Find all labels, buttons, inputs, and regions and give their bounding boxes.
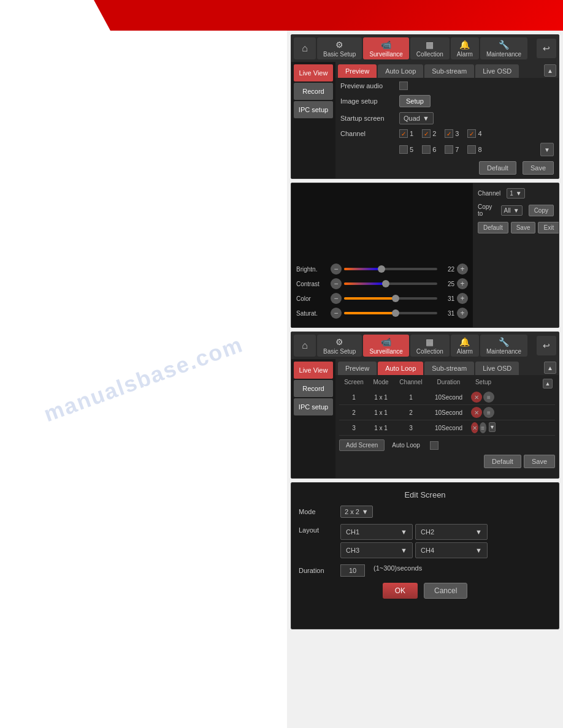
- startup-screen-select[interactable]: Quad ▼: [399, 112, 434, 124]
- tab-maintenance[interactable]: 🔧 Maintenance: [480, 37, 527, 59]
- contrast-plus[interactable]: +: [457, 278, 468, 289]
- block2-exit-btn[interactable]: Exit: [538, 222, 559, 233]
- mode-select[interactable]: 2 x 2 ▼: [340, 506, 373, 518]
- saturation-plus[interactable]: +: [457, 308, 468, 319]
- copy-to-select[interactable]: All ▼: [501, 205, 523, 216]
- ch1-label: 1: [410, 130, 413, 137]
- tab-alarm[interactable]: 🔔 Alarm: [451, 37, 479, 59]
- ch6-checkbox[interactable]: [422, 145, 431, 154]
- loop-tab-live-osd[interactable]: Live OSD: [475, 362, 519, 375]
- sidebar3-live-view[interactable]: Live View: [294, 362, 333, 379]
- color-minus[interactable]: −: [331, 293, 342, 304]
- tab-surveillance[interactable]: 📹 Surveillance: [363, 37, 408, 59]
- tab-preview[interactable]: Preview: [338, 64, 377, 78]
- block3-save-btn[interactable]: Save: [524, 455, 555, 468]
- tab3-maintenance[interactable]: 🔧 Maintenance: [480, 335, 527, 357]
- brightness-thumb[interactable]: [378, 265, 385, 273]
- sidebar-btn-live-view[interactable]: Live View: [294, 64, 333, 82]
- block2-default-btn[interactable]: Default: [478, 222, 508, 233]
- add-screen-button[interactable]: Add Screen: [339, 439, 385, 451]
- brightness-track[interactable]: [344, 268, 437, 270]
- color-thumb[interactable]: [392, 295, 399, 302]
- ch2-checkbox[interactable]: ✓: [422, 129, 431, 138]
- brightness-fill: [344, 268, 381, 270]
- brightness-plus[interactable]: +: [457, 264, 468, 275]
- sidebar-btn-ipc-setup[interactable]: IPC setup: [294, 101, 333, 118]
- back-button[interactable]: ↩: [537, 39, 556, 58]
- ch8-checkbox[interactable]: [467, 145, 476, 154]
- edit-screen-buttons: OK Cancel: [299, 583, 551, 599]
- contrast-track[interactable]: [344, 282, 437, 285]
- color-plus[interactable]: +: [457, 293, 468, 304]
- tab3-alarm[interactable]: 🔔 Alarm: [451, 335, 479, 357]
- contrast-thumb[interactable]: [382, 280, 389, 287]
- contrast-minus[interactable]: −: [331, 278, 342, 289]
- duration-input[interactable]: [340, 564, 365, 577]
- channel-expand-btn[interactable]: ▼: [540, 143, 554, 156]
- startup-screen-label: Startup screen: [340, 115, 396, 122]
- block3-action-row: Default Save: [339, 455, 555, 468]
- saturation-minus[interactable]: −: [331, 308, 342, 319]
- back-button-3[interactable]: ↩: [537, 336, 556, 355]
- scroll-up-btn[interactable]: ▲: [544, 64, 556, 77]
- layout-cell-ch1[interactable]: CH1 ▼: [340, 524, 413, 540]
- layout-cell-ch4[interactable]: CH4 ▼: [415, 542, 488, 558]
- cancel-button[interactable]: Cancel: [424, 583, 467, 599]
- image-setup-button[interactable]: Setup: [399, 95, 431, 107]
- ch7-checkbox[interactable]: [445, 145, 453, 154]
- row1-delete-btn[interactable]: ✕: [471, 392, 482, 403]
- loop-tab-preview[interactable]: Preview: [338, 362, 377, 375]
- row2-settings-btn[interactable]: ≡: [483, 407, 494, 418]
- block1-default-btn[interactable]: Default: [479, 161, 516, 175]
- tab3-basic-setup[interactable]: ⚙ Basic Setup: [317, 335, 362, 357]
- tab-sub-stream[interactable]: Sub-stream: [424, 64, 474, 78]
- loop-tab-auto-loop[interactable]: Auto Loop: [378, 362, 423, 375]
- sidebar-btn-record[interactable]: Record: [294, 83, 333, 100]
- main-content: manualsbase.com ⌂ ⚙ Basic Setup 📹 Survei…: [0, 31, 563, 728]
- row3-delete-btn[interactable]: ✕: [471, 422, 478, 433]
- tab3-surveillance[interactable]: 📹 Surveillance: [363, 335, 408, 357]
- table-scroll-up[interactable]: ▲: [543, 379, 553, 389]
- row3-expand[interactable]: ▼: [489, 422, 496, 432]
- ch6-label: 6: [432, 146, 436, 153]
- tab-collection[interactable]: ▦ Collection: [410, 37, 450, 59]
- row1-settings-btn[interactable]: ≡: [483, 392, 494, 403]
- tab-basic-setup[interactable]: ⚙ Basic Setup: [317, 37, 362, 59]
- sidebar3-record[interactable]: Record: [294, 380, 333, 397]
- block1-save-btn[interactable]: Save: [523, 161, 554, 175]
- layout-cell-ch3[interactable]: CH3 ▼: [340, 542, 413, 558]
- loop-scroll-up[interactable]: ▲: [544, 362, 556, 374]
- contrast-row: Contrast − 25 +: [296, 278, 468, 289]
- channel-select[interactable]: 1 ▼: [507, 188, 524, 199]
- preview-audio-checkbox[interactable]: [399, 82, 408, 90]
- sidebar3-ipc-setup[interactable]: IPC setup: [294, 398, 333, 415]
- gear-icon-3: ⚙: [335, 337, 343, 347]
- tab3-collection[interactable]: ▦ Collection: [410, 335, 450, 357]
- auto-loop-checkbox[interactable]: [430, 441, 439, 450]
- row3-settings-btn[interactable]: ≡: [480, 422, 487, 433]
- home-icon[interactable]: ⌂: [294, 37, 316, 59]
- loop-tab-sub-stream[interactable]: Sub-stream: [424, 362, 474, 375]
- ch4-checkbox[interactable]: ✓: [467, 129, 476, 138]
- ok-button[interactable]: OK: [383, 583, 418, 599]
- preview-tabs: Preview Auto Loop Sub-stream Live OSD ▲: [335, 62, 559, 78]
- col-setup-header: Setup: [471, 379, 496, 389]
- tab-auto-loop[interactable]: Auto Loop: [378, 64, 423, 78]
- layout-cell-ch2[interactable]: CH2 ▼: [415, 524, 488, 540]
- color-track[interactable]: [344, 297, 437, 300]
- saturation-track[interactable]: [344, 312, 437, 314]
- row2-delete-btn[interactable]: ✕: [471, 407, 482, 418]
- copy-button[interactable]: Copy: [529, 205, 554, 216]
- brightness-minus[interactable]: −: [331, 264, 342, 275]
- ch4-item: ✓ 4: [467, 129, 481, 138]
- block2-save-btn[interactable]: Save: [511, 222, 536, 233]
- ch5-checkbox[interactable]: [399, 145, 408, 154]
- ch1-checkbox[interactable]: ✓: [399, 129, 408, 138]
- tab-live-osd[interactable]: Live OSD: [475, 64, 519, 78]
- saturation-thumb[interactable]: [392, 309, 399, 317]
- home-icon-3[interactable]: ⌂: [294, 335, 316, 357]
- block3-default-btn[interactable]: Default: [484, 455, 521, 468]
- ch3-checkbox[interactable]: ✓: [445, 129, 453, 138]
- watermark: manualsbase.com: [40, 332, 247, 427]
- edit-screen-block: Edit Screen Mode 2 x 2 ▼ Layout CH1: [291, 482, 559, 629]
